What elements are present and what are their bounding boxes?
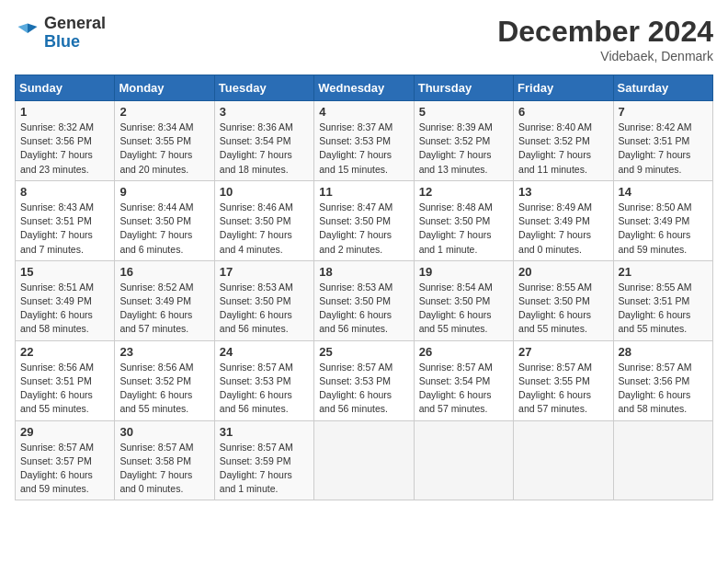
calendar-cell: 11Sunrise: 8:47 AM Sunset: 3:50 PM Dayli…: [314, 180, 414, 260]
day-number: 5: [419, 105, 508, 119]
day-info: Sunrise: 8:42 AM Sunset: 3:51 PM Dayligh…: [619, 121, 708, 177]
calendar-week-3: 15Sunrise: 8:51 AM Sunset: 3:49 PM Dayli…: [16, 260, 713, 340]
calendar-cell: 9Sunrise: 8:44 AM Sunset: 3:50 PM Daylig…: [115, 180, 214, 260]
col-wednesday: Wednesday: [314, 75, 414, 101]
calendar-cell: 23Sunrise: 8:56 AM Sunset: 3:52 PM Dayli…: [115, 340, 214, 420]
page-header: General Blue December 2024 Videbaek, Den…: [15, 15, 713, 63]
col-sunday: Sunday: [16, 75, 115, 101]
day-number: 22: [20, 345, 109, 359]
day-number: 19: [419, 265, 508, 279]
calendar-cell: 18Sunrise: 8:53 AM Sunset: 3:50 PM Dayli…: [314, 260, 414, 340]
day-info: Sunrise: 8:37 AM Sunset: 3:53 PM Dayligh…: [319, 121, 408, 177]
day-number: 28: [619, 345, 708, 359]
day-info: Sunrise: 8:57 AM Sunset: 3:57 PM Dayligh…: [20, 441, 109, 497]
calendar-cell: 22Sunrise: 8:56 AM Sunset: 3:51 PM Dayli…: [16, 340, 115, 420]
day-info: Sunrise: 8:57 AM Sunset: 3:53 PM Dayligh…: [319, 361, 408, 417]
calendar-cell: [314, 420, 414, 500]
calendar-cell: 2Sunrise: 8:34 AM Sunset: 3:55 PM Daylig…: [115, 101, 214, 181]
calendar-cell: 14Sunrise: 8:50 AM Sunset: 3:49 PM Dayli…: [613, 180, 712, 260]
day-number: 10: [220, 185, 309, 199]
calendar-cell: 3Sunrise: 8:36 AM Sunset: 3:54 PM Daylig…: [214, 101, 313, 181]
calendar-cell: 15Sunrise: 8:51 AM Sunset: 3:49 PM Dayli…: [16, 260, 115, 340]
day-info: Sunrise: 8:57 AM Sunset: 3:59 PM Dayligh…: [220, 441, 309, 497]
calendar-header: Sunday Monday Tuesday Wednesday Thursday…: [16, 75, 713, 101]
day-number: 12: [419, 185, 508, 199]
calendar-cell: 30Sunrise: 8:57 AM Sunset: 3:58 PM Dayli…: [115, 420, 214, 500]
day-info: Sunrise: 8:53 AM Sunset: 3:50 PM Dayligh…: [319, 281, 408, 337]
day-info: Sunrise: 8:32 AM Sunset: 3:56 PM Dayligh…: [20, 121, 109, 177]
day-info: Sunrise: 8:47 AM Sunset: 3:50 PM Dayligh…: [319, 201, 408, 257]
calendar-cell: 6Sunrise: 8:40 AM Sunset: 3:52 PM Daylig…: [514, 101, 613, 181]
day-info: Sunrise: 8:55 AM Sunset: 3:50 PM Dayligh…: [518, 281, 608, 337]
calendar-week-5: 29Sunrise: 8:57 AM Sunset: 3:57 PM Dayli…: [16, 420, 713, 500]
day-number: 13: [518, 185, 608, 199]
calendar-body: 1Sunrise: 8:32 AM Sunset: 3:56 PM Daylig…: [16, 101, 713, 500]
calendar-cell: 19Sunrise: 8:54 AM Sunset: 3:50 PM Dayli…: [414, 260, 513, 340]
day-number: 7: [619, 105, 708, 119]
day-number: 15: [20, 265, 109, 279]
day-info: Sunrise: 8:36 AM Sunset: 3:54 PM Dayligh…: [220, 121, 309, 177]
calendar-cell: 12Sunrise: 8:48 AM Sunset: 3:50 PM Dayli…: [414, 180, 513, 260]
col-thursday: Thursday: [414, 75, 513, 101]
calendar-week-2: 8Sunrise: 8:43 AM Sunset: 3:51 PM Daylig…: [16, 180, 713, 260]
day-info: Sunrise: 8:57 AM Sunset: 3:58 PM Dayligh…: [119, 441, 209, 497]
day-number: 20: [518, 265, 608, 279]
day-number: 3: [220, 105, 309, 119]
day-info: Sunrise: 8:46 AM Sunset: 3:50 PM Dayligh…: [220, 201, 309, 257]
day-info: Sunrise: 8:39 AM Sunset: 3:52 PM Dayligh…: [419, 121, 508, 177]
day-number: 27: [518, 345, 608, 359]
calendar-table: Sunday Monday Tuesday Wednesday Thursday…: [15, 75, 713, 500]
calendar-cell: 17Sunrise: 8:53 AM Sunset: 3:50 PM Dayli…: [214, 260, 313, 340]
day-number: 8: [20, 185, 109, 199]
calendar-cell: 4Sunrise: 8:37 AM Sunset: 3:53 PM Daylig…: [314, 101, 414, 181]
day-info: Sunrise: 8:51 AM Sunset: 3:49 PM Dayligh…: [20, 281, 109, 337]
calendar-cell: 5Sunrise: 8:39 AM Sunset: 3:52 PM Daylig…: [414, 101, 513, 181]
day-number: 23: [119, 345, 209, 359]
day-info: Sunrise: 8:40 AM Sunset: 3:52 PM Dayligh…: [518, 121, 608, 177]
logo: General Blue: [15, 15, 106, 52]
day-info: Sunrise: 8:57 AM Sunset: 3:53 PM Dayligh…: [220, 361, 309, 417]
header-row: Sunday Monday Tuesday Wednesday Thursday…: [16, 75, 713, 101]
location: Videbaek, Denmark: [497, 49, 713, 63]
day-info: Sunrise: 8:56 AM Sunset: 3:51 PM Dayligh…: [20, 361, 109, 417]
calendar-cell: 7Sunrise: 8:42 AM Sunset: 3:51 PM Daylig…: [613, 101, 712, 181]
day-number: 16: [119, 265, 209, 279]
day-number: 1: [20, 105, 109, 119]
title-block: December 2024 Videbaek, Denmark: [497, 15, 713, 63]
day-info: Sunrise: 8:43 AM Sunset: 3:51 PM Dayligh…: [20, 201, 109, 257]
calendar-cell: 8Sunrise: 8:43 AM Sunset: 3:51 PM Daylig…: [16, 180, 115, 260]
day-number: 26: [419, 345, 508, 359]
day-number: 14: [619, 185, 708, 199]
calendar-cell: 16Sunrise: 8:52 AM Sunset: 3:49 PM Dayli…: [115, 260, 214, 340]
day-number: 24: [220, 345, 309, 359]
day-info: Sunrise: 8:52 AM Sunset: 3:49 PM Dayligh…: [119, 281, 209, 337]
calendar-cell: 24Sunrise: 8:57 AM Sunset: 3:53 PM Dayli…: [214, 340, 313, 420]
calendar-cell: 27Sunrise: 8:57 AM Sunset: 3:55 PM Dayli…: [514, 340, 613, 420]
day-info: Sunrise: 8:57 AM Sunset: 3:54 PM Dayligh…: [419, 361, 508, 417]
col-friday: Friday: [514, 75, 613, 101]
day-info: Sunrise: 8:44 AM Sunset: 3:50 PM Dayligh…: [119, 201, 209, 257]
day-info: Sunrise: 8:34 AM Sunset: 3:55 PM Dayligh…: [119, 121, 209, 177]
day-number: 30: [119, 425, 209, 439]
svg-marker-0: [28, 23, 38, 33]
col-tuesday: Tuesday: [214, 75, 313, 101]
calendar-cell: 10Sunrise: 8:46 AM Sunset: 3:50 PM Dayli…: [214, 180, 313, 260]
calendar-cell: 13Sunrise: 8:49 AM Sunset: 3:49 PM Dayli…: [514, 180, 613, 260]
logo-text: General Blue: [44, 15, 106, 52]
day-info: Sunrise: 8:48 AM Sunset: 3:50 PM Dayligh…: [419, 201, 508, 257]
day-number: 11: [319, 185, 408, 199]
day-number: 17: [220, 265, 309, 279]
day-info: Sunrise: 8:49 AM Sunset: 3:49 PM Dayligh…: [518, 201, 608, 257]
calendar-cell: 28Sunrise: 8:57 AM Sunset: 3:56 PM Dayli…: [613, 340, 712, 420]
day-info: Sunrise: 8:57 AM Sunset: 3:55 PM Dayligh…: [518, 361, 608, 417]
day-info: Sunrise: 8:54 AM Sunset: 3:50 PM Dayligh…: [419, 281, 508, 337]
calendar-cell: [514, 420, 613, 500]
day-number: 21: [619, 265, 708, 279]
calendar-cell: 21Sunrise: 8:55 AM Sunset: 3:51 PM Dayli…: [613, 260, 712, 340]
day-info: Sunrise: 8:56 AM Sunset: 3:52 PM Dayligh…: [119, 361, 209, 417]
calendar-cell: 31Sunrise: 8:57 AM Sunset: 3:59 PM Dayli…: [214, 420, 313, 500]
calendar-cell: 25Sunrise: 8:57 AM Sunset: 3:53 PM Dayli…: [314, 340, 414, 420]
col-saturday: Saturday: [613, 75, 712, 101]
calendar-week-4: 22Sunrise: 8:56 AM Sunset: 3:51 PM Dayli…: [16, 340, 713, 420]
day-number: 31: [220, 425, 309, 439]
